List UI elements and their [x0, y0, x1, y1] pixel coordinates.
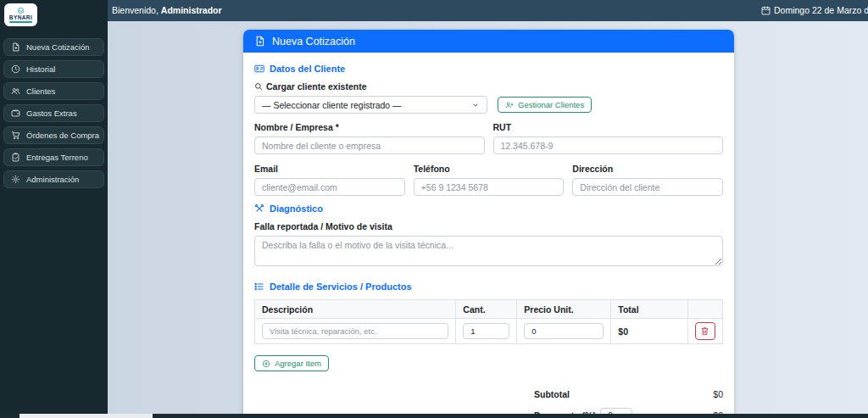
sidebar-item-entregas-terreno[interactable]: Entregas Terreno [3, 148, 104, 166]
gear-icon [11, 175, 20, 184]
email-label: Email [254, 164, 405, 174]
card-title: Nueva Cotización [272, 36, 355, 47]
col-qty: Cant. [456, 300, 517, 319]
item-price-cell [517, 319, 611, 344]
search-icon [254, 82, 263, 91]
horizontal-scrollbar-thumb[interactable] [19, 414, 153, 418]
card-header: Nueva Cotización [243, 30, 734, 53]
failure-label: Falla reportada / Motivo de visita [254, 221, 723, 231]
tools-icon [254, 203, 264, 214]
clipboard-check-icon [11, 153, 20, 162]
subtotal-label: Subtotal [534, 389, 570, 399]
item-description-input[interactable] [262, 323, 448, 339]
cart-icon [11, 131, 20, 140]
file-plus-icon [254, 36, 265, 47]
list-icon [254, 281, 264, 292]
client-select[interactable]: — Seleccionar cliente registrado — [254, 96, 487, 114]
sidebar-item-historial[interactable]: Historial [3, 60, 104, 78]
sidebar-item-label: Clientes [26, 86, 55, 96]
item-description-cell [255, 319, 456, 344]
horizontal-scrollbar[interactable] [0, 414, 868, 418]
sidebar-item-ordenes-de-compra[interactable]: Órdenes de Compra [3, 126, 104, 144]
rut-field-group: RUT [493, 122, 724, 154]
sidebar-item-clientes[interactable]: Clientes [3, 82, 104, 100]
item-qty-cell [456, 319, 517, 344]
name-input[interactable] [254, 137, 485, 154]
email-input[interactable] [254, 178, 405, 196]
sidebar-nav: Nueva Cotización Historial Clientes Gast… [0, 38, 108, 188]
add-item-button[interactable]: Agregar Item [254, 355, 329, 371]
client-fields-row1: Nombre / Empresa * RUT [254, 122, 723, 154]
phone-label: Teléfono [414, 164, 565, 174]
file-plus-icon [11, 42, 20, 52]
item-price-input[interactable] [524, 323, 604, 339]
diagnosis-section-heading: Diagnóstico [254, 203, 723, 214]
item-qty-input[interactable] [463, 323, 509, 339]
brand-name: BYNARI [9, 15, 32, 21]
rut-label: RUT [493, 122, 724, 132]
subtotal-value: $0 [713, 389, 723, 399]
address-input[interactable] [572, 178, 723, 196]
brand-logo-icon [17, 7, 25, 14]
item-row: $0 [255, 319, 723, 344]
topbar: Bienvenido, Administrador Domingo 22 de … [108, 0, 868, 21]
plus-circle-icon [262, 359, 270, 368]
sidebar-item-label: Administración [26, 175, 79, 184]
col-description: Descripción [255, 300, 456, 319]
load-client-label-text: Cargar cliente existente [266, 81, 366, 92]
manage-clients-button[interactable]: Gestionar Clientes [498, 97, 592, 113]
phone-input[interactable] [414, 178, 565, 196]
manage-clients-label: Gestionar Clientes [518, 100, 584, 109]
trash-icon [700, 326, 709, 336]
col-actions [687, 300, 722, 319]
delete-item-button[interactable] [695, 322, 715, 340]
new-quote-card: Nueva Cotización Datos del Cliente Carga… [243, 30, 734, 418]
sidebar-item-label: Nueva Cotización [26, 42, 89, 52]
email-field-group: Email [254, 164, 405, 196]
phone-field-group: Teléfono [414, 164, 565, 196]
id-card-icon [254, 64, 264, 74]
items-section-title: Detalle de Servicios / Productos [270, 281, 412, 292]
col-unit-price: Precio Unit. [517, 300, 611, 319]
date-text: Domingo 22 de Marzo de 2020 [774, 5, 868, 15]
client-select-row: — Seleccionar cliente registrado — Gesti… [254, 96, 723, 114]
name-field-group: Nombre / Empresa * [254, 122, 485, 154]
sidebar-item-label: Entregas Terreno [26, 153, 88, 162]
add-item-label: Agregar Item [275, 359, 321, 368]
welcome-message: Bienvenido, Administrador [112, 5, 222, 15]
calendar-icon [761, 6, 771, 15]
card-body: Datos del Cliente Cargar cliente existen… [243, 53, 734, 418]
name-label: Nombre / Empresa * [254, 122, 485, 132]
items-table: Descripción Cant. Precio Unit. Total [254, 299, 723, 344]
brand-tagline-bar [9, 21, 32, 23]
username: Administrador [161, 5, 222, 15]
sidebar-item-label: Historial [26, 64, 55, 74]
chevron-down-icon [471, 101, 480, 109]
sidebar-item-label: Gastos Extras [26, 109, 77, 118]
client-section-title: Datos del Cliente [270, 64, 345, 74]
sidebar-item-label: Órdenes de Compra [26, 131, 99, 140]
welcome-prefix: Bienvenido, [112, 5, 161, 15]
rut-input[interactable] [493, 137, 724, 154]
brand-logo[interactable]: BYNARI [4, 3, 37, 26]
topbar-date: Domingo 22 de Marzo de 2020 [761, 5, 868, 15]
sidebar-item-administracion[interactable]: Administración [3, 170, 104, 188]
items-section-heading: Detalle de Servicios / Productos [254, 281, 723, 292]
failure-textarea[interactable] [254, 236, 723, 266]
client-fields-row2: Email Teléfono Dirección [254, 164, 723, 196]
sidebar-item-nueva-cotizacion[interactable]: Nueva Cotización [3, 38, 104, 56]
item-total: $0 [611, 319, 688, 344]
client-section-heading: Datos del Cliente [254, 64, 723, 74]
person-plus-icon [505, 101, 514, 109]
sidebar: BYNARI Nueva Cotización Historial Client… [0, 0, 108, 418]
clock-icon [11, 64, 20, 74]
client-select-value: — Seleccionar cliente registrado — [262, 100, 402, 110]
item-actions-cell [687, 319, 722, 344]
users-icon [11, 86, 20, 96]
address-field-group: Dirección [572, 164, 723, 196]
sidebar-item-gastos-extras[interactable]: Gastos Extras [3, 104, 104, 122]
items-table-header-row: Descripción Cant. Precio Unit. Total [255, 300, 723, 319]
diagnosis-section-title: Diagnóstico [270, 203, 323, 214]
address-label: Dirección [572, 164, 723, 174]
load-client-label: Cargar cliente existente [254, 81, 723, 92]
